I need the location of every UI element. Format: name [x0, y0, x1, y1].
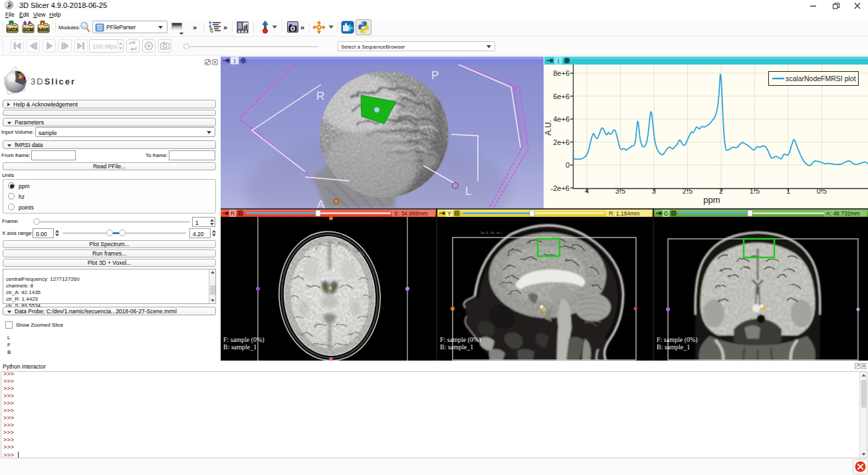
svg-text:G: G — [663, 210, 668, 217]
svg-text:0.5: 0.5 — [817, 187, 827, 195]
svg-text:1: 1 — [233, 58, 237, 65]
svg-text:L: L — [465, 185, 471, 198]
svg-text:DCM: DCM — [23, 27, 33, 32]
svg-text:2e+6: 2e+6 — [553, 138, 570, 146]
svg-text:Y: Y — [447, 210, 451, 217]
svg-text:SAVE: SAVE — [38, 27, 50, 32]
svg-text:·ֿ‖••·‖ ·•ֿ•‖· •‖·•: ·ֿ‖••·‖ ·•ֿ•‖· •‖·• — [480, 231, 502, 235]
svg-text:B: sample_1: B: sample_1 — [440, 343, 473, 351]
svg-text:R: R — [316, 90, 324, 102]
svg-text:1: 1 — [557, 58, 560, 65]
svg-text:3: 3 — [652, 187, 656, 195]
svg-text:A.U.: A.U. — [544, 120, 553, 135]
svg-text:4e+6: 4e+6 — [553, 115, 570, 123]
svg-text:2: 2 — [719, 187, 723, 195]
svg-text:R: 1.184mm: R: 1.184mm — [609, 210, 639, 217]
svg-text:B: sample_1: B: sample_1 — [657, 343, 690, 351]
svg-text:A: A — [317, 198, 325, 208]
svg-text:4: 4 — [585, 187, 589, 195]
svg-text:R: R — [231, 210, 235, 217]
svg-text:2.5: 2.5 — [683, 187, 693, 195]
svg-text:3.5: 3.5 — [615, 187, 625, 195]
svg-text:-2e+6: -2e+6 — [551, 184, 570, 192]
svg-text:1: 1 — [786, 187, 790, 195]
svg-text:6e+6: 6e+6 — [553, 92, 570, 100]
svg-text:ppm: ppm — [703, 195, 720, 205]
svg-text:S: 34.888mm: S: 34.888mm — [394, 210, 428, 217]
svg-text:A: 48.732mm: A: 48.732mm — [826, 210, 860, 217]
svg-text:1.5: 1.5 — [750, 187, 760, 195]
svg-text:P: P — [431, 69, 439, 82]
svg-text:B: sample_1: B: sample_1 — [223, 343, 257, 351]
svg-text:DATA: DATA — [7, 27, 18, 32]
svg-text:100.0fps: 100.0fps — [92, 43, 117, 50]
svg-text:8e+6: 8e+6 — [553, 69, 570, 77]
svg-text:scalarNodeFMRSI plot: scalarNodeFMRSI plot — [786, 75, 856, 82]
svg-text:0: 0 — [566, 161, 570, 169]
